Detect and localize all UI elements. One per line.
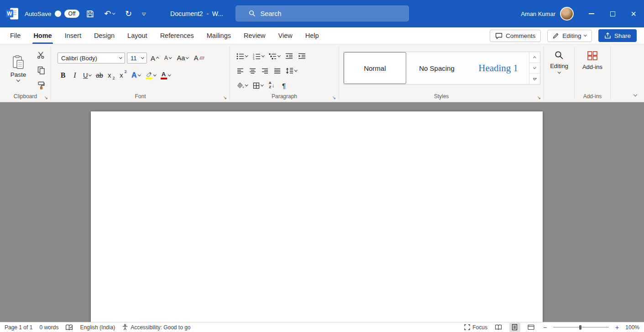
line-spacing-button[interactable] bbox=[284, 65, 299, 77]
read-mode-button[interactable] bbox=[493, 323, 504, 332]
zoom-slider-thumb[interactable] bbox=[579, 325, 581, 330]
subscript-button[interactable]: x2 bbox=[106, 69, 117, 81]
language-indicator[interactable]: English (India) bbox=[80, 324, 115, 331]
copy-button[interactable] bbox=[36, 65, 47, 76]
redo-button[interactable]: ↻ bbox=[122, 8, 135, 20]
autosave-knob-icon[interactable] bbox=[55, 11, 61, 17]
bullets-button[interactable] bbox=[235, 50, 250, 62]
font-family-select[interactable]: Calibri (Body) bbox=[58, 53, 125, 63]
document-page[interactable] bbox=[91, 111, 543, 322]
styles-dialog-launcher[interactable]: ↘ bbox=[537, 95, 541, 100]
styles-scroll-down-button[interactable] bbox=[529, 63, 540, 74]
web-layout-button[interactable] bbox=[526, 323, 537, 332]
underline-button[interactable]: U bbox=[81, 69, 93, 81]
tab-review[interactable]: Review bbox=[237, 27, 272, 44]
font-size-select[interactable]: 11 bbox=[127, 53, 147, 63]
strikethrough-button[interactable]: ab bbox=[94, 69, 105, 81]
increase-indent-icon bbox=[298, 53, 306, 60]
tab-help[interactable]: Help bbox=[299, 27, 325, 44]
shading-button[interactable] bbox=[235, 79, 250, 91]
undo-button[interactable]: ↶ bbox=[101, 8, 118, 20]
page-indicator[interactable]: Page 1 of 1 bbox=[5, 324, 32, 331]
highlight-color-button[interactable] bbox=[143, 69, 158, 81]
proofing-status[interactable] bbox=[65, 324, 73, 331]
align-right-button[interactable] bbox=[259, 65, 270, 77]
style-no-spacing[interactable]: No Spacing bbox=[406, 52, 468, 84]
word-logo-icon[interactable]: W bbox=[5, 7, 19, 20]
tab-view[interactable]: View bbox=[272, 27, 299, 44]
save-button[interactable] bbox=[83, 8, 97, 20]
styles-scroll-up-button[interactable] bbox=[529, 52, 540, 63]
maximize-button[interactable] bbox=[602, 0, 623, 27]
search-box[interactable]: Search bbox=[236, 5, 409, 21]
editing-menu-button[interactable]: Editing bbox=[547, 51, 571, 73]
user-name[interactable]: Aman Kumar bbox=[521, 11, 555, 17]
ribbon: Paste bbox=[0, 44, 644, 102]
change-case-button[interactable]: Aa bbox=[175, 52, 190, 64]
multilevel-list-button[interactable] bbox=[267, 50, 282, 62]
minimize-button[interactable] bbox=[581, 0, 602, 27]
accessibility-checker[interactable]: Accessibility: Good to go bbox=[122, 324, 190, 331]
tab-references[interactable]: References bbox=[154, 27, 200, 44]
line-spacing-icon bbox=[286, 68, 293, 74]
bold-button[interactable]: B bbox=[58, 69, 68, 81]
align-left-icon bbox=[237, 68, 244, 74]
paste-button[interactable]: Paste bbox=[5, 48, 31, 88]
word-window: W AutoSave Off ↶ ↻ Document2 - W... bbox=[0, 0, 644, 332]
align-center-button[interactable] bbox=[247, 65, 258, 77]
sort-button[interactable]: AZ ↓ bbox=[266, 79, 277, 91]
styles-group-label: Styles bbox=[339, 93, 544, 100]
justify-button[interactable] bbox=[272, 65, 283, 77]
print-layout-button[interactable] bbox=[509, 323, 520, 332]
styles-more-button[interactable] bbox=[529, 74, 540, 84]
minimize-icon bbox=[589, 13, 594, 14]
editing-mode-button[interactable]: Editing bbox=[547, 30, 592, 42]
clipboard-dialog-launcher[interactable]: ↘ bbox=[44, 95, 48, 100]
numbering-icon: 1. 2. 3. bbox=[253, 53, 261, 60]
user-avatar[interactable] bbox=[560, 7, 574, 21]
style-heading1[interactable]: Heading 1 bbox=[467, 52, 529, 84]
decrease-indent-button[interactable] bbox=[283, 50, 295, 62]
align-right-icon bbox=[262, 68, 268, 74]
word-count[interactable]: 0 words bbox=[39, 324, 58, 331]
text-effects-button[interactable]: A bbox=[130, 69, 142, 81]
tab-file[interactable]: File bbox=[4, 27, 27, 44]
tab-mailings[interactable]: Mailings bbox=[200, 27, 237, 44]
italic-icon: I bbox=[73, 72, 76, 79]
font-dialog-launcher[interactable]: ↘ bbox=[223, 95, 227, 100]
zoom-out-button[interactable]: − bbox=[542, 324, 548, 331]
align-left-button[interactable] bbox=[235, 65, 246, 77]
zoom-slider[interactable] bbox=[553, 324, 609, 331]
increase-indent-button[interactable] bbox=[296, 50, 308, 62]
superscript-icon: x bbox=[120, 72, 123, 79]
tab-insert[interactable]: Insert bbox=[58, 27, 88, 44]
zoom-level[interactable]: 100% bbox=[625, 324, 639, 331]
show-formatting-button[interactable]: ¶ bbox=[278, 79, 289, 91]
addins-button[interactable]: Add-ins bbox=[579, 51, 606, 70]
paragraph-dialog-launcher[interactable]: ↘ bbox=[332, 95, 336, 100]
zoom-in-button[interactable]: + bbox=[614, 324, 620, 331]
customize-qat-button[interactable] bbox=[139, 11, 149, 17]
focus-mode-button[interactable]: Focus bbox=[464, 324, 487, 331]
tab-design[interactable]: Design bbox=[88, 27, 121, 44]
search-placeholder: Search bbox=[261, 10, 282, 17]
close-button[interactable]: × bbox=[623, 0, 644, 27]
tab-home[interactable]: Home bbox=[27, 27, 58, 44]
font-color-button[interactable]: A bbox=[159, 69, 173, 81]
borders-button[interactable] bbox=[251, 79, 265, 91]
collapse-ribbon-button[interactable] bbox=[634, 90, 637, 97]
grow-font-button[interactable]: A bbox=[149, 52, 161, 64]
share-button[interactable]: Share bbox=[598, 29, 637, 42]
clear-formatting-button[interactable]: A bbox=[192, 52, 206, 64]
italic-button[interactable]: I bbox=[69, 69, 80, 81]
autosave-toggle[interactable]: AutoSave Off bbox=[25, 10, 79, 18]
superscript-button[interactable]: x2 bbox=[118, 69, 129, 81]
format-painter-button[interactable] bbox=[36, 80, 47, 91]
tab-layout[interactable]: Layout bbox=[121, 27, 154, 44]
numbering-button[interactable]: 1. 2. 3. bbox=[251, 50, 266, 62]
cut-button[interactable] bbox=[36, 50, 47, 61]
font-color-icon: A bbox=[161, 71, 167, 79]
shrink-font-button[interactable]: A bbox=[162, 52, 173, 64]
style-normal[interactable]: Normal bbox=[344, 52, 406, 84]
comments-button[interactable]: Comments bbox=[490, 30, 541, 42]
